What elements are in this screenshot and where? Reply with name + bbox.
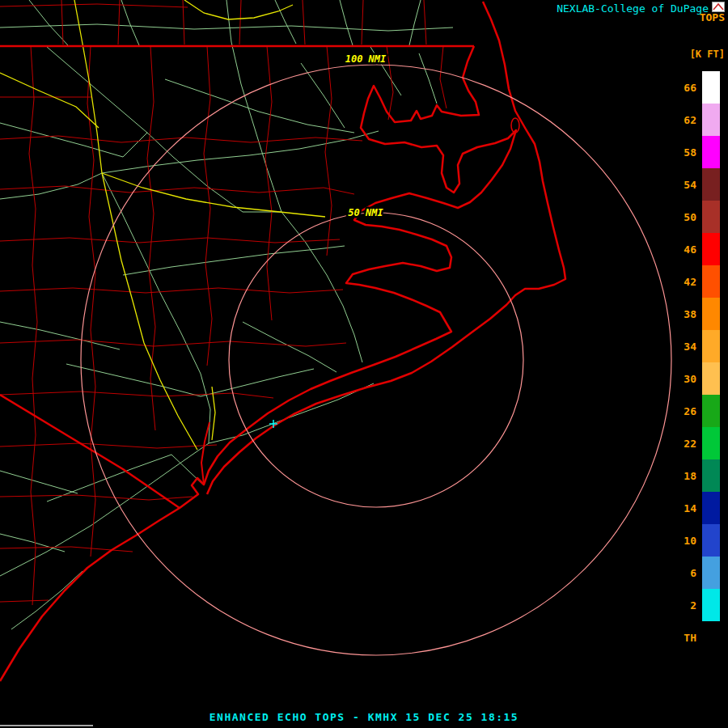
county-line [0,288,343,293]
barrier-islands-coastline [207,2,565,494]
colorbar-entry-label: 50 [667,211,702,223]
colorbar-entry-label: TH [667,632,702,644]
colorbar-entry-label: 18 [667,470,702,482]
road [201,369,314,396]
colorbar-entry: 10 [667,524,720,557]
range-ring-50nmi [229,213,523,507]
colorbar-entry-swatch [702,71,720,104]
colorbar-entry-label: 34 [667,341,702,353]
road [275,0,296,44]
colorbar-entry: 14 [667,492,720,524]
county-line [325,46,332,256]
colorbar-entry: 2 [667,589,720,621]
colorbar-entry: 30 [667,362,720,395]
county-boundaries [0,0,447,605]
colorbar-entry: 22 [667,427,720,459]
road [102,173,210,443]
county-line [239,0,241,44]
county-line [0,600,49,602]
county-line [0,443,217,448]
colorbar-entry-label: 6 [667,567,702,579]
county-line [183,0,184,44]
colorbar-entry-swatch [702,395,720,427]
road [0,534,65,552]
range-ring-label-100nmi: 100 NMI [345,53,387,65]
colorbar-entry: 38 [667,298,720,330]
radar-map: 100 NMI 50 NMI [0,0,728,728]
colorbar-entry-swatch [702,427,720,459]
colorbar-entry: 18 [667,459,720,492]
county-line [0,340,346,346]
colorbar-entry: 54 [667,168,720,201]
colorbar-entry: 26 [667,395,720,427]
road [243,322,336,372]
colorbar-entry: TH [667,621,720,654]
road [123,246,345,275]
highway [102,173,197,450]
road [409,0,421,45]
road [165,79,354,133]
county-line [387,46,393,120]
highway [102,173,325,217]
colorbar-entry: 62 [667,104,720,136]
colorbar-entry-swatch [702,524,720,557]
colorbar-entry-swatch [702,492,720,524]
colorbar-entry-swatch [702,265,720,298]
colorbar-entry: 50 [667,201,720,233]
highway-network [0,0,325,450]
colorbar-entry: 42 [667,265,720,298]
county-line [29,46,37,605]
state-borders-and-coast [0,2,565,681]
mainland-coastline [0,46,516,681]
colorbar-entry-label: 66 [667,82,702,94]
colorbar-entry-label: 38 [667,308,702,320]
road [0,123,147,157]
colorbar-title: TOPS [700,11,725,23]
county-line [0,186,354,194]
road [419,53,437,104]
road [281,212,362,362]
map-marker-icon [269,420,277,428]
colorbar-entry-swatch [702,298,720,330]
colorbar-entries: 66625854504642383430262218141062TH [667,71,720,654]
road [0,173,102,199]
colorbar-entry-swatch [702,104,720,136]
colorbar-entry-swatch [702,362,720,395]
county-line [303,0,305,44]
colorbar-entry-swatch [702,557,720,589]
colorbar-entry-label: 54 [667,179,702,191]
radar-display: 100 NMI 50 NMI NEXLAB-College of DuPage … [0,0,728,728]
county-line [265,46,272,320]
highway [212,387,215,440]
colorbar-entry-label: 62 [667,114,702,126]
marker-cross [269,420,277,428]
county-line [0,4,188,7]
road [0,24,453,31]
colorbar-entry-label: 22 [667,438,702,450]
road-network [0,0,453,629]
county-line [424,0,426,44]
road [0,322,120,349]
road [173,157,281,212]
road [102,131,379,173]
county-line [61,0,63,44]
colorbar-entry-swatch [702,459,720,492]
range-ring-label-50nmi: 50 NMI [348,207,383,218]
colorbar-entry-label: 46 [667,243,702,256]
colorbar-entry: 66 [667,71,720,104]
colorbar-entry-label: 14 [667,502,702,514]
product-caption: ENHANCED ECHO TOPS - KMHX 15 DEC 25 18:1… [0,711,728,723]
state-border-nc-sc [0,395,180,508]
colorbar-entry-label: 26 [667,405,702,417]
attribution-text: NEXLAB-College of DuPage [557,2,709,15]
colorbar-entry: 34 [667,330,720,362]
colorbar-entry-label: 10 [667,535,702,547]
colorbar-entry-swatch [702,589,720,621]
road [226,0,281,212]
colorbar-entry-swatch [702,201,720,233]
county-line [0,136,362,142]
cape-fear-river [201,422,210,485]
colorbar-entry-swatch [702,136,720,168]
road [121,0,139,45]
county-line [118,0,120,44]
